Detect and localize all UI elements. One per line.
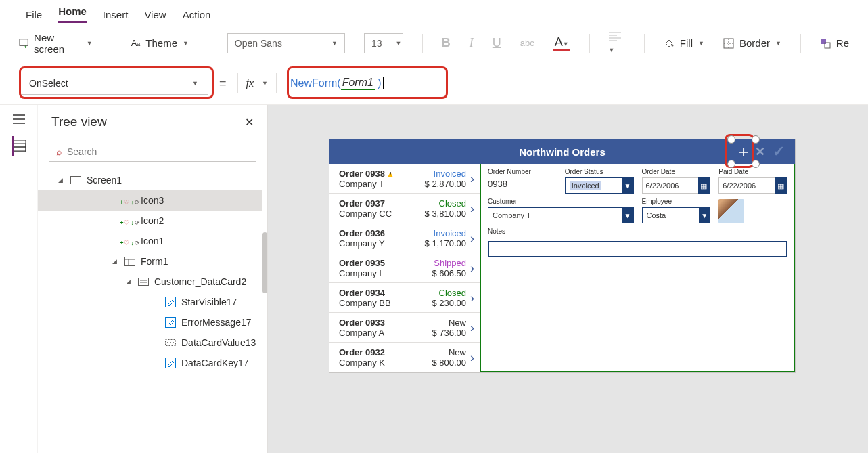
separator: [644, 34, 645, 53]
select-customer[interactable]: Company T▼: [488, 207, 634, 223]
order-row[interactable]: Order 0935Company IShipped$ 606.50›: [329, 253, 480, 283]
tree-item[interactable]: DataCardKey17: [38, 353, 262, 373]
left-rail: [0, 105, 38, 453]
strikethrough-button[interactable]: abc: [520, 38, 534, 48]
search-input[interactable]: [67, 146, 249, 157]
close-icon[interactable]: ✕: [245, 116, 254, 129]
text-cursor: [383, 77, 384, 89]
label-employee: Employee: [642, 198, 711, 205]
order-row[interactable]: Order 0937Company CCClosed$ 3,810.00›: [329, 194, 480, 223]
italic-button[interactable]: I: [470, 36, 474, 50]
order-row[interactable]: Order 0934Company BBClosed$ 230.00›: [329, 283, 480, 313]
tree-item[interactable]: +♡↓⟳Icon3: [38, 190, 262, 211]
date-paid-date[interactable]: 6/22/2006▦: [718, 177, 787, 194]
selection-handle[interactable]: [727, 135, 735, 144]
bold-button[interactable]: B: [442, 36, 451, 50]
reorder-button[interactable]: Re: [820, 37, 849, 49]
tree-item[interactable]: StarVisible17: [38, 292, 262, 312]
tree-item-icon: +♡↓⟳: [124, 236, 135, 246]
order-company: Company T: [339, 179, 425, 189]
chevron-down-icon: ▼: [395, 40, 401, 47]
order-row[interactable]: Order 0936Company YInvoiced$ 1,170.00›: [329, 223, 480, 253]
chevron-down-icon[interactable]: ▼: [262, 80, 268, 87]
tree-item[interactable]: ◢Screen1: [38, 170, 262, 190]
fx-label: fx: [246, 77, 254, 89]
menu-action[interactable]: Action: [183, 9, 211, 20]
font-name: Open Sans: [235, 38, 282, 49]
order-number: Order 0934: [339, 288, 432, 298]
svg-rect-11: [821, 39, 826, 44]
tree-item-icon: [165, 297, 176, 307]
separator: [800, 34, 801, 53]
label-order-date: Order Date: [642, 168, 711, 175]
svg-rect-20: [125, 257, 135, 266]
tree-view-icon[interactable]: [12, 139, 26, 154]
hamburger-icon[interactable]: [12, 112, 26, 127]
border-label: Border: [739, 37, 770, 49]
chevron-down-icon: ▼: [332, 40, 338, 47]
tree-item[interactable]: +♡↓⟳Icon2: [38, 211, 262, 231]
input-notes[interactable]: [488, 241, 787, 257]
tree-item[interactable]: ◢Form1: [38, 251, 262, 272]
order-status: Closed: [425, 198, 466, 209]
order-row[interactable]: Order 0938▲!Company TInvoiced$ 2,870.00›: [329, 164, 480, 194]
tree-item[interactable]: ErrorMessage17: [38, 312, 262, 332]
select-order-status[interactable]: Invoiced▼: [565, 177, 634, 194]
border-button[interactable]: Border ▼: [723, 37, 781, 49]
theme-button[interactable]: Aa Theme ▼: [131, 37, 189, 49]
expand-arrow-icon[interactable]: ◢: [112, 258, 119, 265]
font-dropdown[interactable]: Open Sans ▼: [227, 33, 345, 53]
expand-arrow-icon[interactable]: ◢: [126, 278, 133, 285]
tree-item[interactable]: ◢Customer_DataCard2: [38, 272, 262, 292]
scrollbar[interactable]: [262, 232, 267, 293]
order-row[interactable]: Order 0932Company KNew$ 800.00›: [329, 343, 480, 372]
svg-point-7: [671, 44, 673, 46]
order-row[interactable]: Order 0933Company ANew$ 736.00›: [329, 313, 480, 343]
order-company: Company CC: [339, 209, 425, 219]
font-color-button[interactable]: A▼: [553, 35, 570, 51]
order-status: New: [432, 347, 466, 358]
new-screen-icon: [19, 38, 28, 49]
select-employee[interactable]: Costa▼: [642, 207, 711, 223]
calendar-icon: ▦: [775, 177, 787, 194]
svg-point-29: [167, 342, 168, 343]
label-notes: Notes: [488, 228, 787, 235]
reorder-label: Re: [836, 37, 849, 49]
menu-file[interactable]: File: [26, 9, 42, 20]
order-number: Order 0933: [339, 318, 432, 328]
order-number: Order 0932: [339, 347, 432, 358]
fill-icon: [664, 38, 675, 49]
canvas: Northwind Orders + ✕ ✓ Order 0938▲!Compa…: [268, 105, 868, 453]
check-icon[interactable]: ✓: [767, 139, 791, 164]
tree-search[interactable]: ⌕: [49, 142, 256, 162]
menubar: File Home Insert View Action: [0, 0, 868, 26]
order-number: Order 0936: [339, 228, 425, 238]
label-customer: Customer: [488, 198, 634, 205]
value-order-number: 0938: [488, 177, 557, 189]
menu-insert[interactable]: Insert: [103, 9, 129, 20]
separator: [112, 34, 112, 53]
form-panel: Order Number 0938 Order Status Invoiced▼…: [480, 164, 795, 372]
tree-item[interactable]: DataCardValue13: [38, 332, 262, 353]
theme-icon: Aa: [131, 38, 141, 48]
date-order-date[interactable]: 6/22/2006▦: [642, 177, 711, 194]
menu-view[interactable]: View: [144, 9, 166, 20]
order-company: Company I: [339, 268, 432, 278]
underline-button[interactable]: U: [493, 36, 501, 50]
tree-item-icon: [165, 317, 176, 328]
align-button[interactable]: ▼: [609, 32, 625, 54]
border-icon: [723, 38, 734, 49]
property-selector[interactable]: OnSelect ▼: [19, 72, 208, 95]
chevron-right-icon: ›: [470, 321, 474, 335]
menu-home[interactable]: Home: [58, 5, 87, 23]
new-screen-button[interactable]: New screen ▼: [19, 32, 93, 55]
expand-arrow-icon[interactable]: ◢: [58, 177, 65, 184]
svg-rect-19: [71, 177, 81, 184]
fill-button[interactable]: Fill ▼: [664, 37, 704, 49]
tree-body: ◢Screen1+♡↓⟳Icon3+♡↓⟳Icon2+♡↓⟳Icon1◢Form…: [38, 170, 267, 453]
formula-input[interactable]: NewForm( Form1 ): [285, 72, 389, 94]
chevron-right-icon: ›: [470, 232, 474, 246]
font-size-dropdown[interactable]: 13 ▼: [364, 33, 403, 53]
tree-item[interactable]: +♡↓⟳Icon1: [38, 231, 262, 251]
fill-label: Fill: [680, 37, 693, 49]
